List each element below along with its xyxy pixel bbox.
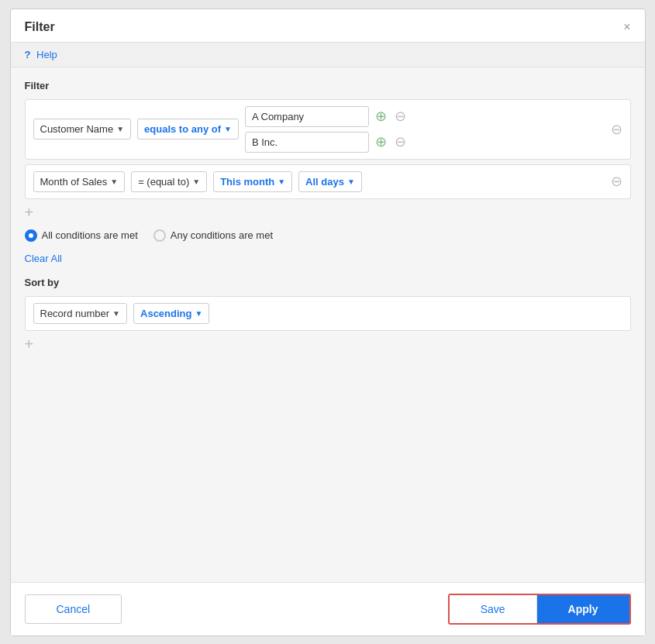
- all-conditions-text: All conditions are met: [42, 229, 138, 241]
- any-conditions-label[interactable]: Any conditions are met: [153, 229, 273, 242]
- sort-field-select[interactable]: Record number ▼: [33, 303, 128, 324]
- field-chevron-2: ▼: [110, 177, 118, 186]
- footer-right-group: Save Apply: [448, 594, 631, 625]
- period2-select-2-label: All days: [305, 176, 344, 188]
- remove-row-1-btn[interactable]: ⊖: [611, 121, 622, 138]
- field-select-1-label: Customer Name: [40, 123, 114, 135]
- operator-select-2[interactable]: = (equal to) ▼: [131, 171, 207, 192]
- all-conditions-label[interactable]: All conditions are met: [25, 229, 138, 242]
- filter-row-2-top: Month of Sales ▼ = (equal to) ▼ This mon…: [33, 171, 605, 192]
- filter-section-label: Filter: [25, 80, 631, 91]
- period2-select-2[interactable]: All days ▼: [298, 171, 362, 192]
- field-select-1[interactable]: Customer Name ▼: [33, 119, 132, 139]
- remove-row-2-btn[interactable]: ⊖: [611, 173, 622, 190]
- any-conditions-text: Any conditions are met: [171, 229, 273, 241]
- period-select-2[interactable]: This month ▼: [213, 171, 292, 192]
- filter-section: Filter Customer Name ▼ equals to any of …: [25, 80, 631, 264]
- sort-section: Sort by Record number ▼ Ascending ▼ +: [25, 277, 631, 353]
- remove-value-btn-1-2[interactable]: ⊖: [393, 135, 408, 149]
- sort-order-label: Ascending: [140, 308, 191, 319]
- operator-chevron-2: ▼: [192, 177, 200, 186]
- field-chevron-1: ▼: [116, 125, 124, 133]
- conditions-row: All conditions are met Any conditions ar…: [25, 229, 631, 242]
- dialog-header: Filter ×: [11, 9, 645, 43]
- operator-select-1[interactable]: equals to any of ▼: [137, 119, 239, 139]
- apply-button[interactable]: Apply: [537, 595, 629, 623]
- dialog-footer: Cancel Save Apply: [11, 582, 645, 635]
- operator-chevron-1: ▼: [224, 125, 232, 133]
- add-value-btn-1-1[interactable]: ⊕: [374, 109, 388, 123]
- operator-select-2-label: = (equal to): [138, 176, 189, 188]
- period-select-2-label: This month: [220, 176, 274, 188]
- filter-row-1-inner: Customer Name ▼ equals to any of ▼: [33, 106, 605, 153]
- add-sort-row-btn[interactable]: +: [25, 336, 34, 353]
- sort-row-1: Record number ▼ Ascending ▼: [25, 296, 631, 331]
- value-line-1-2: ⊕ ⊖: [245, 132, 408, 153]
- help-bar: ? Help: [11, 43, 645, 67]
- value-line-1-1: ⊕ ⊖: [245, 106, 408, 127]
- help-icon: ?: [25, 49, 31, 60]
- sort-field-label: Record number: [40, 308, 110, 319]
- sort-field-chevron: ▼: [112, 309, 120, 318]
- save-button[interactable]: Save: [450, 595, 537, 623]
- cancel-button[interactable]: Cancel: [25, 594, 122, 624]
- value-input-1-1[interactable]: [245, 106, 369, 127]
- field-select-2[interactable]: Month of Sales ▼: [33, 171, 126, 192]
- period-chevron-2: ▼: [278, 177, 285, 186]
- dialog-body: Filter Customer Name ▼ equals to any of …: [11, 67, 645, 582]
- sort-section-label: Sort by: [25, 277, 631, 288]
- any-conditions-radio[interactable]: [153, 229, 166, 242]
- filter-dialog: Filter × ? Help Filter Customer Name ▼: [10, 9, 646, 636]
- sort-order-chevron: ▼: [195, 309, 202, 318]
- period2-chevron-2: ▼: [347, 177, 355, 186]
- multi-value-col-1: ⊕ ⊖ ⊕ ⊖: [245, 106, 408, 153]
- sort-order-select[interactable]: Ascending ▼: [133, 303, 209, 324]
- help-label: Help: [36, 49, 57, 60]
- dialog-title: Filter: [25, 20, 55, 34]
- add-filter-row-btn[interactable]: +: [25, 204, 34, 222]
- clear-all-link[interactable]: Clear All: [25, 253, 62, 264]
- add-value-btn-1-2[interactable]: ⊕: [374, 135, 388, 149]
- remove-value-btn-1-1[interactable]: ⊖: [393, 109, 408, 123]
- all-conditions-radio[interactable]: [25, 229, 37, 242]
- value-input-1-2[interactable]: [245, 132, 369, 153]
- filter-row-1: Customer Name ▼ equals to any of ▼: [25, 99, 631, 160]
- close-button[interactable]: ×: [623, 21, 630, 33]
- help-link[interactable]: ? Help: [25, 49, 57, 60]
- filter-row-1-top: Customer Name ▼ equals to any of ▼: [33, 106, 605, 153]
- filter-row-2-inner: Month of Sales ▼ = (equal to) ▼ This mon…: [33, 171, 605, 192]
- field-select-2-label: Month of Sales: [40, 176, 108, 188]
- filter-row-2: Month of Sales ▼ = (equal to) ▼ This mon…: [25, 164, 631, 199]
- operator-select-1-label: equals to any of: [144, 123, 221, 135]
